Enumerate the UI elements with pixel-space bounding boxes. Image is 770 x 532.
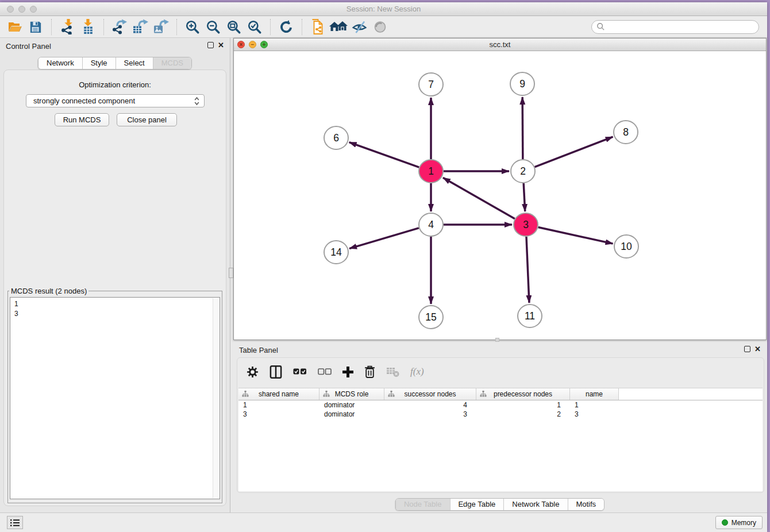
apply-layout-button[interactable] (276, 18, 297, 36)
table-cell[interactable]: 4 (384, 400, 476, 410)
table-cell[interactable]: 1 (570, 400, 619, 410)
zoom-fit-button[interactable] (224, 18, 244, 36)
graph-node-3[interactable]: 3 (514, 213, 538, 236)
panel-divider-grip[interactable] (229, 268, 233, 278)
search-box[interactable] (591, 20, 759, 34)
node-table-area: f(x) shared nameMCDS rolesuccessor nodes… (237, 357, 764, 493)
close-panel-icon[interactable]: ✕ (218, 42, 224, 48)
mcds-result-text[interactable]: 13 (10, 297, 220, 499)
graph-edge-1-6[interactable] (349, 142, 419, 167)
close-panel-button[interactable]: Close panel (117, 113, 177, 126)
table-cell[interactable]: dominator (319, 400, 384, 410)
tab-style[interactable]: Style (82, 57, 116, 69)
window-resize-handle[interactable] (495, 338, 499, 342)
graph-node-6[interactable]: 6 (324, 126, 348, 149)
delete-table-icon (386, 367, 399, 377)
network-window-titlebar[interactable]: × − + scc.txt (234, 38, 766, 51)
new-network-from-selection-button[interactable] (307, 18, 328, 36)
svg-text:15: 15 (425, 311, 436, 323)
plus-icon (342, 367, 353, 377)
delete-column-button[interactable] (364, 363, 375, 380)
table-panel-tabs: Node TableEdge TableNetwork TableMotifs (395, 498, 605, 511)
graph-node-15[interactable]: 15 (419, 306, 443, 329)
zoom-in-button[interactable] (182, 18, 203, 36)
table-cell[interactable]: 3 (570, 410, 619, 419)
network-canvas[interactable]: 7968124314101511 (234, 52, 766, 340)
graph-node-2[interactable]: 2 (511, 160, 535, 183)
zoom-selected-button[interactable] (244, 18, 265, 36)
zoom-in-icon (185, 20, 200, 34)
graph-node-8[interactable]: 8 (614, 121, 638, 144)
graph-edge-3-11[interactable] (526, 237, 529, 303)
float-panel-icon[interactable] (207, 42, 214, 48)
network-document-icon (310, 19, 326, 35)
tab-network-table[interactable]: Network Table (503, 499, 567, 510)
table-cell[interactable]: dominator (319, 410, 384, 419)
panel-selector-button[interactable] (7, 516, 23, 529)
graph-node-1[interactable]: 1 (419, 160, 443, 183)
scrollbar-track[interactable] (213, 298, 219, 498)
column-header-predecessor-nodes[interactable]: predecessor nodes (476, 388, 570, 400)
tab-edge-table[interactable]: Edge Table (449, 499, 503, 510)
zoom-out-button[interactable] (203, 18, 224, 36)
tab-mcds[interactable]: MCDS (153, 57, 191, 69)
graph-edge-2-9[interactable] (522, 97, 523, 159)
create-column-button[interactable] (342, 363, 353, 380)
graph-node-11[interactable]: 11 (518, 304, 542, 327)
column-header-shared-name[interactable]: shared name (238, 388, 319, 400)
open-session-button[interactable] (5, 18, 25, 36)
column-header-mcds-role[interactable]: MCDS role (319, 388, 384, 400)
graph-edge-4-14[interactable] (349, 228, 419, 249)
table-row[interactable]: 3dominator323 (238, 410, 763, 419)
table-cell[interactable]: 2 (476, 410, 570, 419)
float-table-panel-icon[interactable] (744, 346, 750, 352)
tab-network[interactable]: Network (38, 57, 82, 69)
column-header-name[interactable]: name (570, 388, 619, 400)
homes-button[interactable] (328, 18, 349, 36)
graph-edge-3-1[interactable] (443, 178, 515, 218)
dropdown-value: strongly connected component (33, 97, 194, 105)
optimization-dropdown[interactable]: strongly connected component (26, 94, 205, 107)
graph-node-10[interactable]: 10 (614, 235, 638, 258)
graph-node-7[interactable]: 7 (419, 73, 443, 96)
import-network-button[interactable] (57, 18, 78, 36)
graph-node-9[interactable]: 9 (510, 72, 534, 95)
close-table-panel-icon[interactable]: ✕ (754, 346, 761, 352)
export-network-button[interactable] (109, 18, 130, 36)
delete-table-button[interactable] (386, 363, 399, 380)
unselect-all-columns-button[interactable] (318, 363, 332, 380)
graph-node-4[interactable]: 4 (419, 213, 443, 236)
memory-button[interactable]: Memory (715, 516, 763, 529)
hide-panels-button[interactable] (349, 18, 369, 36)
graph-edge-2-3[interactable] (523, 183, 525, 211)
table-settings-button[interactable] (247, 363, 259, 380)
save-session-button[interactable] (25, 18, 46, 36)
function-builder-button[interactable]: f(x) (410, 363, 424, 380)
tab-node-table[interactable]: Node Table (396, 499, 450, 510)
export-table-button[interactable] (130, 18, 151, 36)
graph-edge-2-8[interactable] (535, 137, 613, 167)
table-cell[interactable]: 3 (384, 410, 476, 419)
gear-icon (247, 366, 259, 378)
show-column-button[interactable] (270, 363, 282, 380)
tab-select[interactable]: Select (116, 57, 153, 69)
table-row[interactable]: 1dominator411 (238, 400, 763, 410)
select-all-columns-button[interactable] (293, 363, 307, 380)
tab-motifs[interactable]: Motifs (567, 499, 604, 510)
graph-edge-3-10[interactable] (538, 227, 613, 244)
show-panels-button[interactable] (369, 18, 390, 36)
export-network-icon (111, 19, 128, 34)
table-cell[interactable]: 3 (238, 410, 319, 419)
import-table-button[interactable] (78, 18, 98, 36)
trash-icon (364, 365, 375, 378)
search-input[interactable] (608, 23, 754, 31)
run-mcds-button[interactable]: Run MCDS (55, 113, 109, 126)
export-image-button[interactable] (151, 18, 171, 36)
graph-node-14[interactable]: 14 (324, 241, 348, 264)
table-cell[interactable]: 1 (476, 400, 570, 410)
refresh-icon (279, 20, 294, 34)
table-cell[interactable]: 1 (238, 400, 319, 410)
memory-status-icon (722, 519, 728, 526)
column-header-successor-nodes[interactable]: successor nodes (384, 388, 476, 400)
main-toolbar (0, 16, 767, 38)
